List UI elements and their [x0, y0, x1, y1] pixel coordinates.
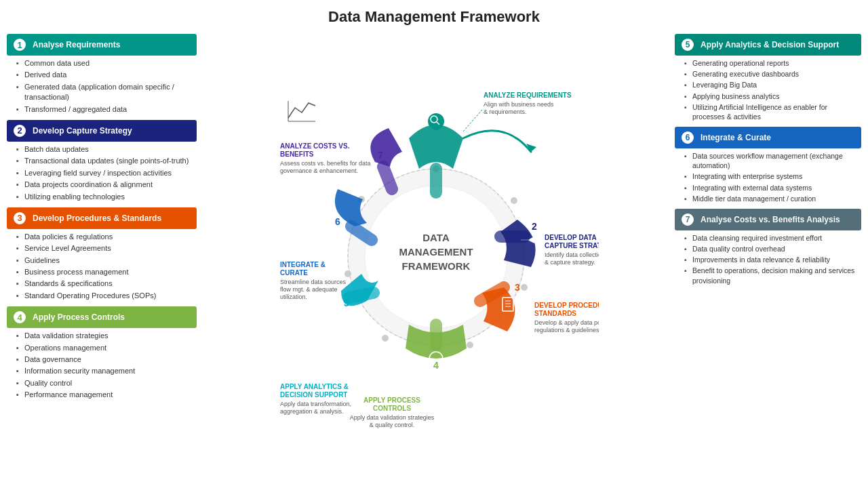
right-header-6: 6 Integrate & Curate [675, 127, 861, 148]
svg-text:flow mgt. & adequate: flow mgt. & adequate [280, 286, 338, 293]
right-section-7: 7 Analyse Costs vs. Benefits Analysis Da… [675, 209, 861, 285]
main-container: 1 Analyse Requirements Common data used … [0, 30, 868, 484]
svg-text:Apply data validation strategi: Apply data validation strategies [349, 414, 434, 421]
svg-text:Streamline data sources: Streamline data sources [280, 279, 347, 285]
svg-line-36 [463, 110, 482, 131]
svg-text:DATA: DATA [422, 232, 450, 243]
right-header-7: 7 Analyse Costs vs. Benefits Analysis [675, 209, 861, 230]
svg-point-6 [467, 342, 473, 348]
svg-text:Assess costs vs. benefits for : Assess costs vs. benefits for data [280, 160, 371, 167]
svg-text:DECISION SUPPORT: DECISION SUPPORT [280, 391, 347, 399]
sidebar-list-2: Batch data updates Transactional data up… [7, 144, 197, 202]
right-number-7: 7 [680, 212, 695, 227]
list-item: Utilizing Artificial Intelligence as ena… [684, 102, 861, 121]
svg-point-5 [521, 284, 528, 291]
svg-text:6: 6 [335, 216, 340, 227]
svg-text:CURATE: CURATE [280, 269, 308, 277]
list-item: Generating executive dashboards [684, 69, 861, 79]
svg-point-8 [344, 270, 351, 277]
svg-text:BENEFITS: BENEFITS [280, 150, 314, 158]
sidebar-number-1: 1 [12, 37, 27, 52]
svg-text:utilization.: utilization. [280, 293, 307, 300]
list-item: Transformed / aggregated data [16, 104, 197, 115]
svg-text:aggregation & analysis.: aggregation & analysis. [280, 408, 344, 415]
list-item: Information security management [16, 366, 197, 376]
svg-text:4: 4 [433, 360, 439, 371]
svg-text:ANALYZE COSTS VS.: ANALYZE COSTS VS. [280, 142, 350, 150]
list-item: Batch data updates [16, 144, 197, 155]
sidebar-header-4: 4 Apply Process Controls [7, 306, 197, 328]
diagram-svg: 1 2 3 4 [273, 54, 599, 460]
svg-text:3: 3 [515, 282, 520, 293]
sidebar-section-2: 2 Develop Capture Strategy Batch data up… [7, 120, 197, 202]
list-item: Middle tier data management / curation [684, 194, 861, 203]
list-item: Business process management [16, 267, 197, 277]
svg-text:regulations & guidelines.: regulations & guidelines. [534, 327, 599, 333]
list-item: Common data used [16, 58, 197, 68]
list-item: Guidelines [16, 256, 197, 266]
sidebar-header-3: 3 Develop Procedures & Standards [7, 207, 197, 229]
list-item: Operations management [16, 343, 197, 353]
svg-text:7: 7 [378, 150, 383, 161]
svg-text:APPLY ANALYTICS &: APPLY ANALYTICS & [280, 383, 349, 390]
list-item: Leveraging Big Data [684, 80, 861, 89]
right-sidebar: 5 Apply Analytics & Decision Support Gen… [668, 30, 868, 484]
svg-text:Develop & apply data policies,: Develop & apply data policies, [534, 319, 599, 326]
list-item: Transactional data updates (single point… [16, 156, 197, 166]
right-list-5: Generating operational reports Generatin… [675, 58, 861, 121]
list-item: Data projects coordination & alignment [16, 180, 197, 190]
svg-text:DEVELOP DATA: DEVELOP DATA [545, 234, 597, 241]
svg-text:& requirements.: & requirements. [484, 108, 527, 115]
list-item: Derived data [16, 70, 197, 80]
list-item: Standards & specifications [16, 279, 197, 289]
list-item: Standard Operating Procedures (SOPs) [16, 291, 197, 301]
page-title: Data Management Framework [0, 0, 868, 30]
svg-text:ANALYZE REQUIREMENTS: ANALYZE REQUIREMENTS [484, 92, 572, 99]
list-item: Integrating with enterprise systems [684, 171, 861, 181]
list-item: Data sources workflow management (exchan… [684, 151, 861, 170]
list-item: Utilizing enabling technologies [16, 192, 197, 202]
list-item: Integrating with external data systems [684, 183, 861, 192]
svg-text:DEVELOP PROCEDURES &: DEVELOP PROCEDURES & [534, 302, 599, 309]
right-list-7: Data cleansing required investment effor… [675, 233, 861, 285]
svg-text:INTEGRATE &: INTEGRATE & [280, 261, 326, 268]
list-item: Data policies & regulations [16, 232, 197, 242]
svg-text:& capture strategy.: & capture strategy. [545, 259, 595, 266]
sidebar-header-1: 1 Analyse Requirements [7, 34, 197, 56]
right-number-5: 5 [680, 37, 695, 52]
right-list-6: Data sources workflow management (exchan… [675, 151, 861, 203]
list-item: Generated data (application domain speci… [16, 82, 197, 103]
sidebar-number-2: 2 [12, 123, 27, 138]
sidebar-section-3: 3 Develop Procedures & Standards Data po… [7, 207, 197, 301]
list-item: Leveraging field survey / inspection act… [16, 168, 197, 178]
svg-text:Align with business needs: Align with business needs [484, 101, 554, 108]
svg-text:& quality control.: & quality control. [369, 422, 414, 428]
svg-text:APPLY PROCESS: APPLY PROCESS [363, 396, 420, 404]
list-item: Performance management [16, 390, 197, 400]
list-item: Data quality control overhead [684, 244, 861, 253]
list-item: Improvements in data relevance & reliabi… [684, 255, 861, 264]
svg-point-7 [382, 335, 389, 342]
left-sidebar: 1 Analyse Requirements Common data used … [0, 30, 203, 484]
svg-point-12 [428, 113, 444, 129]
svg-text:STANDARDS: STANDARDS [534, 310, 576, 317]
list-item: Quality control [16, 378, 197, 388]
svg-text:Identify data collection: Identify data collection [545, 251, 599, 258]
sidebar-section-1: 1 Analyse Requirements Common data used … [7, 34, 197, 115]
sidebar-header-2: 2 Develop Capture Strategy [7, 120, 197, 142]
svg-text:MANAGEMENT: MANAGEMENT [399, 246, 473, 258]
sidebar-list-3: Data policies & regulations Service Leve… [7, 232, 197, 301]
list-item: Benefit to operations, decision making a… [684, 266, 861, 285]
svg-text:governance & enhancement.: governance & enhancement. [280, 167, 358, 174]
list-item: Applying business analytics [684, 92, 861, 101]
right-section-6: 6 Integrate & Curate Data sources workfl… [675, 127, 861, 203]
list-item: Data cleansing required investment effor… [684, 233, 861, 243]
right-section-5: 5 Apply Analytics & Decision Support Gen… [675, 34, 861, 121]
right-header-5: 5 Apply Analytics & Decision Support [675, 34, 861, 56]
svg-text:CAPTURE STRATEGY: CAPTURE STRATEGY [545, 242, 599, 249]
sidebar-section-4: 4 Apply Process Controls Data validation… [7, 306, 197, 400]
sidebar-list-1: Common data used Derived data Generated … [7, 58, 197, 115]
right-number-6: 6 [680, 130, 695, 145]
sidebar-number-3: 3 [12, 211, 27, 226]
svg-text:FRAMEWORK: FRAMEWORK [401, 260, 470, 272]
